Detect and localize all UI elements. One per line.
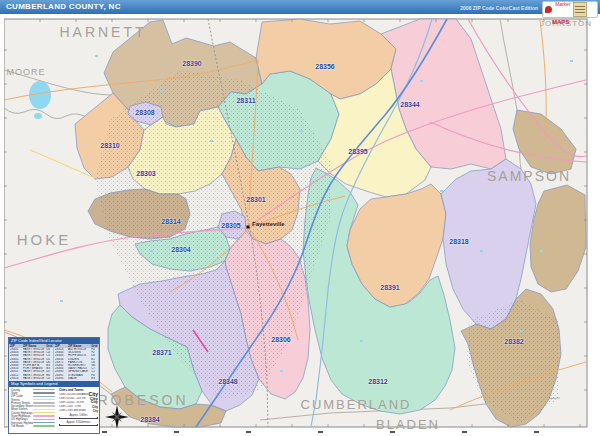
zip-index-column: ZIP CodeZIP NameGrid28301FAYETTEVILLED42… <box>9 344 54 381</box>
logo-text-maps: MAPS <box>552 19 569 25</box>
left-margin <box>0 14 4 436</box>
right-margin <box>588 14 600 436</box>
zip-index-row: 28314FAYETTEVILLEC4 <box>9 377 53 380</box>
zip-index-row: 28395WADEE3 <box>54 377 98 380</box>
edition-label: 2008 ZIP Code ColorCast Edition <box>460 5 538 11</box>
header-bar: CUMBERLAND COUNTY, NC 2008 ZIP Code Colo… <box>0 0 600 14</box>
marketmaps-logo: Market MAPS <box>542 1 598 18</box>
legend-body: CountyStateZIP CodeStreetsPrimary Street… <box>9 387 99 431</box>
legend-cities-column: Cities and Towns Cities 250,000 and Abov… <box>58 387 99 431</box>
legend-line-symbols: CountyStateZIP CodeStreetsPrimary Street… <box>9 387 58 431</box>
page-title: CUMBERLAND COUNTY, NC <box>6 2 121 11</box>
city-marker-fayetteville <box>247 226 250 229</box>
city-size-list: Cities 250,000 and AboveCityCities 50,00… <box>59 392 98 413</box>
zip-index-column: ZIP CodeZIP NameGrid28318AUTRYVILLEF4283… <box>54 344 99 381</box>
scale-kilometers: Approx. 8 Kilometers <box>59 421 98 426</box>
logo-text-market: Market <box>555 1 570 7</box>
logo-burst-icon <box>545 6 552 13</box>
legend-line-item: Toll Roads <box>11 424 58 427</box>
compass-rose-icon <box>104 404 130 430</box>
scale-miles: Approx. 5 Miles <box>59 414 98 419</box>
zip-index-table: ZIP CodeZIP NameGrid28301FAYETTEVILLED42… <box>9 344 99 381</box>
city-size-row: Cities 2,499 and BelowCity <box>59 409 98 413</box>
logo-map-thumbnail-icon <box>573 2 587 17</box>
legend-box: ZIP Code Index/Grid Locator ZIP CodeZIP … <box>8 337 100 434</box>
